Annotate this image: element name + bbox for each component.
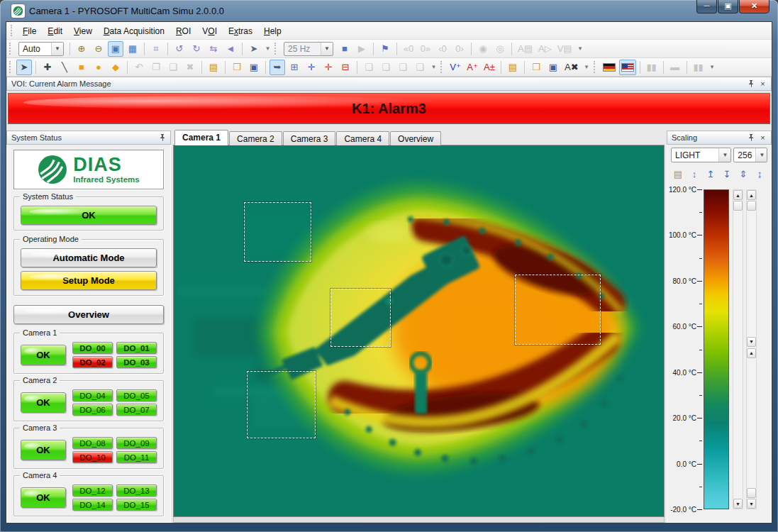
roi-rectangle-3[interactable] [515,275,601,345]
record-file-icon[interactable]: ◉ [475,41,491,57]
save-voi-icon[interactable]: ▣ [545,60,561,75]
roi-add-label-icon[interactable]: ⊞ [287,60,302,75]
roi-rectangle-2[interactable] [330,289,391,347]
toolbar-grip[interactable] [274,43,278,55]
range-expand-icon[interactable]: ↕ [687,167,701,181]
zoom-out-icon[interactable]: ⊖ [91,41,106,57]
stop-icon[interactable]: ■ [337,41,352,57]
tab-overview[interactable]: Overview [390,131,441,145]
maximize-button[interactable]: ▣ [718,0,738,13]
close-button[interactable]: ✕ [739,0,769,13]
group-back-icon[interactable]: ❑ [378,60,394,75]
camera-1-status-button[interactable]: OK [21,345,66,365]
digital-output-do_02[interactable]: DO_02 [72,356,113,368]
range-shift-down-icon[interactable]: ↧ [720,167,734,181]
toolbar-overflow-icon[interactable]: ▾ [576,41,585,57]
scrollbar-thumb[interactable] [747,488,756,498]
digital-output-do_01[interactable]: DO_01 [116,342,157,354]
digital-output-do_14[interactable]: DO_14 [72,499,113,511]
voi-delete-icon[interactable]: A✖ [562,60,581,75]
tab-camera-3[interactable]: Camera 3 [283,131,336,145]
menu-voi[interactable]: VOI [196,24,223,38]
alarm-add-remove-icon[interactable]: A± [482,60,497,75]
digital-output-do_15[interactable]: DO_15 [116,499,157,511]
menu-file[interactable]: File [17,24,42,38]
undo-icon[interactable]: ↶ [131,60,147,75]
digital-output-do_03[interactable]: DO_03 [116,356,157,368]
menubar-grip[interactable] [11,25,14,37]
save-ascii-icon[interactable]: A▤ [516,41,535,57]
scrollbar-thumb[interactable] [747,201,756,211]
digital-output-do_11[interactable]: DO_11 [116,451,157,463]
save-voi-ascii-icon[interactable]: V▤ [555,41,574,57]
tab-camera-1[interactable]: Camera 1 [174,130,228,145]
roi-rectangle-4[interactable] [247,371,316,438]
scrollbar-thumb[interactable] [733,201,743,211]
range-shift-up-icon[interactable]: ↥ [704,167,718,181]
digital-output-do_13[interactable]: DO_13 [116,484,157,497]
digital-output-do_04[interactable]: DO_04 [72,389,113,401]
open-voi-icon[interactable]: ❒ [528,60,544,75]
grid-icon[interactable]: ⌗ [148,41,164,57]
rotate-right-icon[interactable]: ↻ [189,41,204,57]
skip-last-icon[interactable]: 0» [418,41,433,57]
draw-point-icon[interactable]: ✚ [40,60,55,75]
digital-output-do_00[interactable]: DO_00 [72,342,113,354]
group-front-icon[interactable]: ❑ [361,60,377,75]
layout-horizontal-icon[interactable]: ▬ [667,60,683,75]
german-flag-icon[interactable] [601,60,618,75]
range-compress-icon[interactable]: ↨ [752,167,767,181]
voi-properties-icon[interactable]: ▤ [505,60,521,75]
group-split-icon[interactable]: ❑ [412,60,428,75]
scroll-up-icon[interactable]: ▲ [733,190,743,200]
draw-rectangle-icon[interactable]: ■ [74,60,89,75]
toolbar-overflow-icon[interactable]: ▾ [429,60,438,75]
system-status-ok-button[interactable]: OK [21,206,157,225]
roi-rectangle-1[interactable] [244,202,311,262]
automatic-mode-button[interactable]: Automatic Mode [21,248,157,267]
step-forward-icon[interactable]: 0› [452,41,467,57]
toolbar-grip[interactable] [9,61,13,74]
toolbar-grip[interactable] [594,61,597,74]
palette-properties-icon[interactable]: ▤ [671,167,685,181]
toolbar-overflow-icon[interactable]: ▾ [263,41,272,57]
flip-horizontal-icon[interactable]: ⇆ [206,41,221,57]
menu-edit[interactable]: Edit [42,24,68,38]
roi-select-mode-icon[interactable]: ➥ [269,60,285,75]
menu-roi[interactable]: ROI [170,24,196,38]
zoom-in-icon[interactable]: ⊕ [74,41,89,57]
setup-mode-button[interactable]: Setup Mode [21,271,157,290]
draw-line-icon[interactable]: ╲ [57,60,72,75]
image-scrollbar-strip[interactable] [173,517,665,523]
pin-icon[interactable] [745,79,756,89]
scroll-down-icon[interactable]: ▼ [733,499,743,509]
event-flag-icon[interactable]: ⚑ [377,41,393,57]
pin-icon[interactable] [157,133,167,143]
toolbar-overflow-icon[interactable]: ▾ [582,60,591,75]
range-auto-icon[interactable]: ⇕ [736,167,750,181]
layout-vertical-icon[interactable]: ▮▮ [644,60,660,75]
digital-output-do_10[interactable]: DO_10 [72,451,113,463]
toolbar-grip[interactable] [9,43,13,55]
skip-first-icon[interactable]: «0 [401,41,416,57]
lower-limit-scrollbar[interactable]: ▲ ▼ ▲ ▼ [746,189,757,509]
title-bar[interactable]: Camera 1 - PYROSOFT MultiCam Simu 2.0.0.… [6,0,772,21]
full-image-icon[interactable]: ▦ [125,41,140,57]
select-arrow-icon[interactable]: ➤ [16,60,32,75]
save-roi-icon[interactable]: ▣ [246,60,262,75]
copy-roi-icon[interactable]: ❐ [148,60,164,75]
roi-add-down-icon[interactable]: ✛ [321,60,336,75]
record-memory-icon[interactable]: ◎ [492,41,508,57]
cursor-add-icon[interactable]: ➤ [246,41,262,57]
flip-vertical-icon[interactable]: ◄ [223,41,238,57]
tab-camera-2[interactable]: Camera 2 [229,131,282,145]
minimize-button[interactable]: ─ [696,0,717,13]
tab-camera-4[interactable]: Camera 4 [336,131,389,145]
roi-properties-icon[interactable]: ▤ [206,60,221,75]
copy-ascii-icon[interactable]: A▷ [536,41,554,57]
menu-help[interactable]: Help [258,24,287,38]
draw-ellipse-icon[interactable]: ● [91,60,106,75]
upper-limit-scrollbar[interactable]: ▲ ▼ [733,189,743,509]
menu-data-acquisition[interactable]: Data Acquisition [98,24,170,38]
fit-to-window-icon[interactable]: ▣ [108,41,123,57]
